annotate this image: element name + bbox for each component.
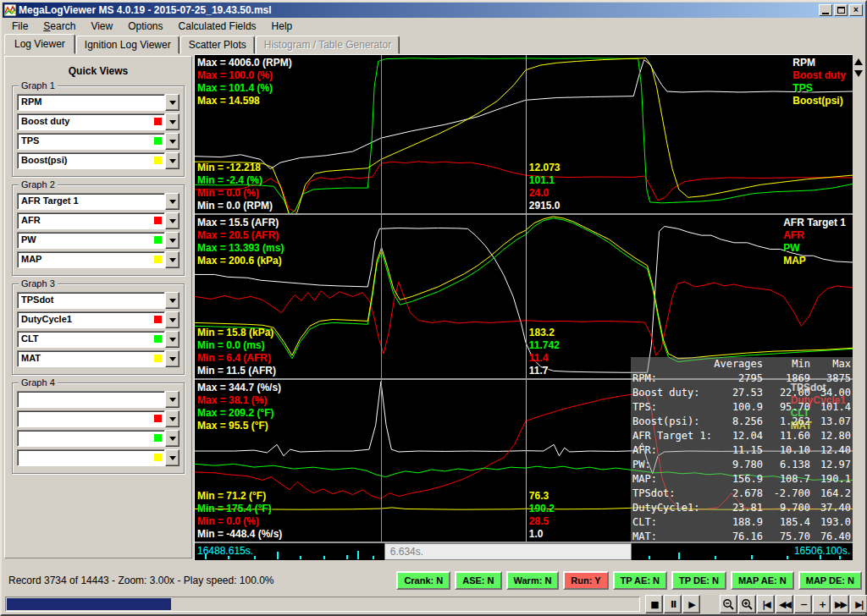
graph-1-channel-4-combobox[interactable]: Boost(psi) — [17, 152, 179, 169]
tab-ignition-log-viewer[interactable]: Ignition Log Viewer — [76, 36, 179, 54]
graph-3-cursor-values-entry: 76.3 — [529, 490, 555, 503]
combobox-value-afr[interactable]: AFR — [17, 212, 165, 229]
stats-corner-cell — [632, 357, 714, 371]
combobox-value-empty[interactable] — [17, 410, 165, 427]
faster-button[interactable]: + — [813, 595, 831, 613]
combobox-dropdown-button[interactable] — [165, 410, 179, 427]
skip-start-button[interactable]: |◀ — [757, 595, 775, 613]
graph-1-channel-2-combobox[interactable]: Boost duty — [17, 113, 179, 130]
menu-item-search[interactable]: Search — [36, 19, 83, 34]
combobox-dropdown-button[interactable] — [165, 311, 179, 328]
combobox-value-afr-target-1[interactable]: AFR Target 1 — [17, 193, 165, 210]
tab-histogram-table-generator: Histogram / Table Generator — [256, 36, 400, 54]
playback-cursor-line[interactable] — [526, 215, 527, 378]
stats-value: 2795 — [714, 371, 763, 385]
menu-item-options[interactable]: Options — [120, 19, 170, 34]
graph-3-channel-4-combobox[interactable]: MAT — [17, 350, 179, 367]
combobox-dropdown-button[interactable] — [165, 331, 179, 348]
graph-4-channel-1-combobox[interactable] — [17, 391, 179, 408]
combobox-dropdown-button[interactable] — [165, 292, 179, 309]
combobox-dropdown-button[interactable] — [165, 391, 179, 408]
play-button[interactable]: ▶ — [682, 595, 700, 613]
menu-item-file[interactable]: File — [4, 19, 36, 34]
combobox-value-clt[interactable]: CLT — [17, 331, 165, 348]
combobox-value-pw[interactable]: PW — [17, 232, 165, 249]
playback-cursor-line[interactable] — [526, 55, 527, 213]
combobox-dropdown-button[interactable] — [165, 113, 179, 130]
scroll-up-button[interactable] — [853, 57, 864, 67]
combobox-value-boost-duty[interactable]: Boost duty — [17, 113, 165, 130]
menu-item-view[interactable]: View — [83, 19, 120, 34]
combobox-value-empty[interactable] — [17, 391, 165, 408]
pause-button[interactable]: Ⅱ — [664, 595, 682, 613]
menu-item-help[interactable]: Help — [264, 19, 301, 34]
graph-4-channel-4-combobox[interactable] — [17, 449, 179, 466]
graph-2-max-labels-entry: Max = 200.6 (kPa) — [197, 255, 284, 267]
graph-2-channel-4-combobox[interactable]: MAP — [17, 251, 179, 268]
channel-color-swatch — [154, 236, 162, 244]
graph-3-channel-1-combobox[interactable]: TPSdot — [17, 292, 179, 309]
forward-button[interactable]: ▶▶ — [831, 595, 849, 613]
zoom-out-icon — [722, 598, 735, 611]
combobox-dropdown-button[interactable] — [165, 94, 179, 111]
combobox-value-rpm[interactable]: RPM — [17, 94, 165, 111]
menu-item-calculated-fields[interactable]: Calculated Fields — [171, 19, 264, 34]
zoom-in-button[interactable] — [738, 595, 756, 613]
minimize-button[interactable] — [819, 4, 832, 16]
channel-color-swatch — [154, 415, 162, 422]
close-button[interactable]: × — [849, 4, 863, 16]
combobox-value-tps[interactable]: TPS — [17, 133, 165, 150]
graph-3-max-labels: Max = 344.7 (%/s)Max = 38.1 (%)Max = 209… — [197, 382, 281, 432]
rewind-button[interactable]: ◀◀ — [776, 595, 793, 613]
combobox-dropdown-button[interactable] — [165, 430, 179, 447]
combobox-value-map[interactable]: MAP — [17, 251, 165, 268]
combobox-value-dutycycle1[interactable]: DutyCycle1 — [17, 311, 165, 328]
stats-row-label: TPS: — [632, 400, 714, 414]
graph-4-channel-3-combobox[interactable] — [17, 430, 179, 447]
combobox-dropdown-button[interactable] — [165, 212, 179, 229]
graph-4-channel-2-combobox[interactable] — [17, 410, 179, 427]
combobox-value-empty[interactable] — [17, 449, 165, 466]
channel-color-swatch — [154, 316, 162, 323]
graph-1-channel-1-combobox[interactable]: RPM — [17, 94, 179, 111]
time-window-thumb[interactable]: 6.634s. — [384, 543, 632, 560]
graph-3-channel-2-combobox[interactable]: DutyCycle1 — [17, 311, 179, 328]
title-bar[interactable]: MegaLogViewer MS 4.0.19 - 2015-07-25_19.… — [3, 3, 864, 18]
scroll-down-button[interactable] — [853, 69, 864, 79]
graph-pane-1[interactable]: Max = 4006.0 (RPM)Max = 100.0 (%)Max = 1… — [195, 54, 853, 215]
stats-value: 156.9 — [714, 472, 763, 486]
graph-3-max-labels-entry: Max = 38.1 (%) — [197, 394, 281, 407]
stop-button[interactable]: ■ — [645, 595, 663, 613]
zoom-out-button[interactable] — [720, 595, 737, 613]
time-axis[interactable]: 16488.615s.16506.100s.6.634s. — [195, 543, 853, 560]
graph-3-channel-3-combobox[interactable]: CLT — [17, 331, 179, 348]
graph-2-channel-1-combobox[interactable]: AFR Target 1 — [17, 193, 179, 210]
combobox-dropdown-button[interactable] — [165, 152, 179, 169]
log-position-progress-bar[interactable] — [5, 597, 640, 612]
playback-cursor-line[interactable] — [526, 380, 527, 542]
combobox-value-mat[interactable]: MAT — [17, 350, 165, 367]
graph-2-max-labels-entry: Max = 20.5 (AFR) — [197, 229, 284, 242]
zoom-in-icon — [741, 598, 754, 611]
graph-2-channel-2-combobox[interactable]: AFR — [17, 212, 179, 229]
slower-button[interactable]: − — [794, 595, 812, 613]
combobox-dropdown-button[interactable] — [165, 232, 179, 249]
combobox-dropdown-button[interactable] — [165, 193, 179, 210]
graph-pane-2[interactable]: Max = 15.5 (AFR)Max = 20.5 (AFR)Max = 13… — [195, 215, 853, 380]
stats-header-averages: Averages — [714, 357, 763, 371]
combobox-value-empty[interactable] — [17, 430, 165, 447]
combobox-value-boost-psi[interactable]: Boost(psi) — [17, 152, 165, 169]
graph-1-group: Graph 1RPMBoost dutyTPSBoost(psi) — [12, 85, 185, 177]
combobox-dropdown-button[interactable] — [165, 350, 179, 367]
graph-1-channel-3-combobox[interactable]: TPS — [17, 133, 179, 150]
combobox-dropdown-button[interactable] — [165, 449, 179, 466]
graph-2-channel-3-combobox[interactable]: PW — [17, 232, 179, 249]
tab-scatter-plots[interactable]: Scatter Plots — [180, 36, 255, 54]
skip-end-button[interactable]: ▶| — [850, 595, 867, 613]
maximize-button[interactable] — [834, 4, 848, 16]
combobox-value-tpsdot[interactable]: TPSdot — [17, 292, 165, 309]
tab-log-viewer[interactable]: Log Viewer — [4, 34, 75, 54]
combobox-dropdown-button[interactable] — [165, 251, 179, 268]
combobox-dropdown-button[interactable] — [165, 133, 179, 150]
graph-1-min-labels-entry: Min = 0.0 (%) — [197, 187, 273, 200]
